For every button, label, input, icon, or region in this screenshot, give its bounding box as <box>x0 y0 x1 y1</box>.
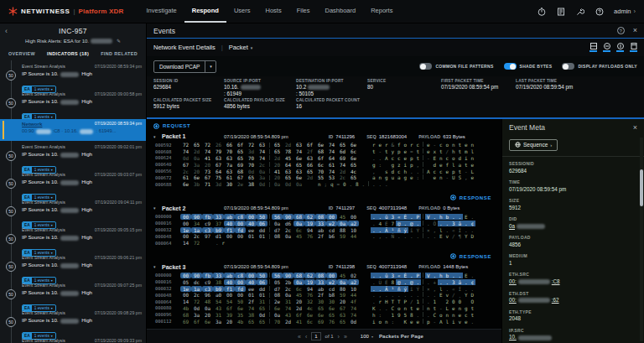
download-pcap-button[interactable]: Download PCAP ▾ <box>153 60 216 73</box>
packet-id-label: ID <box>329 134 334 139</box>
collapse-caret-icon[interactable]: ▾ <box>153 264 162 269</box>
indicator-list-item[interactable]: 50 Event Stream Analysis 07/19/2020 09:0… <box>0 309 146 336</box>
edit-pencil-icon[interactable]: ✎ <box>117 39 121 44</box>
packet-scroll-area[interactable]: REQUEST▾Packet 107/19/2020 08:59:54.809 … <box>147 119 501 329</box>
indicator-list-item[interactable]: 50 Event Stream Analysis 07/19/2020 09:0… <box>0 226 146 253</box>
ascii-char: A <box>383 155 390 161</box>
sequence-button[interactable]: Sequence › <box>509 139 558 151</box>
brand[interactable]: NETWITNESS | Platform XDR <box>8 7 124 16</box>
packet-seq: SEQ1821683004 <box>366 134 407 139</box>
nav-item-investigate[interactable]: Investigate <box>139 0 184 23</box>
direction-toggle-request[interactable]: REQUEST <box>147 121 501 131</box>
ascii-char: c <box>438 169 444 174</box>
meta-field-value[interactable]: 00::62 <box>509 297 637 303</box>
indicator-list-item[interactable]: 50 Event Stream Analysis 07/19/2020 09:0… <box>0 281 146 309</box>
hex-byte: 75 <box>213 174 224 180</box>
ascii-char: Ã <box>383 227 390 233</box>
per-page-dropdown[interactable]: 100 <box>361 334 369 339</box>
hex-row: 0000641472485454502f312e3120323030204f.r… <box>147 299 501 305</box>
ascii-char: . <box>415 169 422 174</box>
indicator-list-item-selected[interactable]: Network 07/19/2020 08:59:34 pm 00:90:C8 … <box>0 119 146 141</box>
direction-toggle-response[interactable]: RESPONSE <box>147 252 501 262</box>
meta-field-value[interactable]: 00::C8 <box>509 278 637 284</box>
direction-toggle-response[interactable]: RESPONSE <box>147 193 501 203</box>
circle-plus-icon <box>153 123 159 129</box>
ascii-char: p <box>425 319 432 325</box>
text-view-icon[interactable] <box>603 43 610 52</box>
meta-field-value: 07/19/2020 08:59:54 pm <box>509 186 637 192</box>
clock-icon[interactable] <box>537 7 546 16</box>
events-panel: Events ? × Network Event Details | Packe… <box>147 23 644 343</box>
nav-item-respond[interactable]: Respond <box>184 0 226 23</box>
ascii-char: . <box>463 221 470 226</box>
tools-icon[interactable] <box>575 7 584 16</box>
hex-byte: 0a <box>283 292 293 298</box>
tab-overview[interactable]: OVERVIEW <box>8 51 35 56</box>
nav-item-users[interactable]: Users <box>226 0 258 23</box>
hex-byte: 65 <box>348 174 359 180</box>
meta-field-value[interactable]: 10. <box>509 334 637 340</box>
indicator-list-item[interactable]: 50 Event Stream Analysis 07/19/2020 09:0… <box>0 198 146 226</box>
web-view-icon[interactable] <box>630 43 637 52</box>
file-view-icon[interactable] <box>616 43 624 52</box>
last-page-button[interactable]: » <box>344 334 347 340</box>
alert-time: 07/19/2020 08:59:34 pm <box>95 121 142 127</box>
alert-time: 07/19/2020 09:07:25 pm <box>95 283 142 288</box>
ascii-char: e <box>425 142 432 148</box>
packet-view-icon[interactable] <box>589 43 597 52</box>
close-icon[interactable]: × <box>633 124 637 132</box>
toggle-switch[interactable] <box>562 63 574 70</box>
indicator-list-item[interactable]: 50 Event Stream Analysis 07/19/2020 09:0… <box>0 253 146 281</box>
indicator-list-item[interactable]: 50 Event Stream Analysis 07/19/2020 09:0… <box>0 90 146 117</box>
hex-byte: 74 <box>257 148 267 154</box>
summary-cell: SERVICE80 <box>367 79 441 98</box>
ascii-char: E <box>463 214 470 220</box>
current-page[interactable]: 1 <box>311 332 320 340</box>
tab-find-related[interactable]: FIND RELATED <box>101 51 138 56</box>
hex-byte: 2c <box>191 233 202 239</box>
prev-page-button[interactable]: ‹ <box>305 334 307 340</box>
close-icon[interactable]: × <box>633 27 637 34</box>
user-menu[interactable]: admin› <box>614 8 636 15</box>
meta-field-value[interactable]: 0a <box>509 223 637 229</box>
download-split-chevron-icon[interactable]: ▾ <box>205 61 216 72</box>
indicator-list-item[interactable]: 50 Event Stream Analysis 07/19/2020 09:0… <box>0 170 146 198</box>
network-event-link[interactable]: Network <box>22 121 42 127</box>
jobs-icon[interactable] <box>556 7 565 16</box>
indicator-list-item[interactable]: 50 Event Stream Analysis 07/19/2020 08:5… <box>0 62 146 90</box>
toggle-switch[interactable] <box>504 63 517 70</box>
first-page-button[interactable]: « <box>298 334 301 340</box>
ascii-char: . <box>432 292 439 298</box>
ascii-char: . <box>402 233 409 239</box>
hex-byte: 90 <box>191 273 202 278</box>
toggle-common-file-patterns[interactable]: COMMON FILE PATTERNS <box>419 63 493 70</box>
ascii-char: e <box>432 174 439 180</box>
nav-item-hosts[interactable]: Hosts <box>257 0 288 23</box>
indicator-list-item[interactable]: 50 Event Stream Analysis 07/19/2020 09:0… <box>0 336 146 343</box>
help-icon[interactable] <box>595 7 604 16</box>
toggle-switch[interactable] <box>419 63 432 70</box>
tab-indicators-[interactable]: INDICATORS (18) <box>47 51 89 56</box>
redacted-value <box>36 129 51 134</box>
scrollbar[interactable] <box>640 138 643 341</box>
indicator-list-item[interactable]: 50 Event Stream Analysis 07/19/2020 09:0… <box>0 143 146 170</box>
hex-byte: 0a <box>293 279 304 285</box>
hex-byte: 65 <box>257 319 267 325</box>
scrollbar-thumb[interactable] <box>640 169 643 206</box>
redacted-value <box>241 85 261 90</box>
collapse-caret-icon[interactable]: ▾ <box>153 205 162 210</box>
packet-dropdown[interactable]: Packet▾ <box>229 44 252 51</box>
packet-payload: PAYLOAD633 Bytes <box>418 134 465 139</box>
toggle-display-payloads-only[interactable]: DISPLAY PAYLOADS ONLY <box>562 63 637 70</box>
nav-item-dashboard[interactable]: Dashboard <box>317 0 363 23</box>
help-icon[interactable]: ? <box>617 27 625 34</box>
back-chevron-icon[interactable]: ‹ <box>5 28 8 35</box>
collapse-caret-icon[interactable]: ▾ <box>153 134 162 139</box>
nav-item-reports[interactable]: Reports <box>363 0 400 23</box>
next-page-button[interactable]: › <box>338 334 340 340</box>
ascii-char: D <box>470 233 476 239</box>
redacted-value <box>60 319 79 324</box>
ascii-column: .ÜÉ8@.@..+..3â.¢ <box>371 279 475 285</box>
toggle-shade-bytes[interactable]: SHADE BYTES <box>504 63 553 70</box>
nav-item-files[interactable]: Files <box>289 0 318 23</box>
